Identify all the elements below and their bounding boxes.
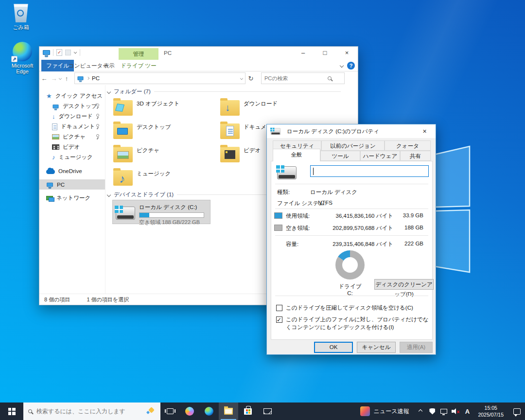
free-space-swatch (274, 225, 282, 231)
windows-flag-icon (115, 206, 123, 213)
folder-tile-pictures[interactable]: ピクチャ (111, 143, 214, 166)
folder-tile-music[interactable]: ♪ ミュージック (111, 167, 214, 189)
disk-cleanup-button[interactable]: ディスクのクリーンアップ(D) (374, 279, 434, 290)
general-tab-page: 種類: ローカル ディスク ファイル システム: NTFS 使用領域: 36,4… (271, 161, 433, 340)
volume-label-input[interactable] (310, 165, 429, 177)
action-center-button[interactable] (508, 402, 525, 420)
file-explorer-button[interactable] (219, 402, 238, 420)
search-box[interactable] (261, 72, 345, 84)
used-space-bytes: 36,415,836,160 バイト (320, 212, 393, 220)
address-dropdown-icon[interactable] (240, 77, 243, 80)
sidebar-item-documents[interactable]: ドキュメント (39, 122, 105, 132)
back-icon[interactable]: ← (39, 75, 49, 82)
up-icon[interactable]: ↑ (62, 75, 71, 82)
ribbon-collapse-icon[interactable] (340, 64, 344, 68)
computer-icon[interactable] (43, 50, 50, 55)
address-box[interactable]: PC (74, 72, 245, 84)
index-checkbox[interactable] (276, 316, 282, 323)
taskbar-search-input[interactable] (36, 408, 142, 415)
tab-sharing[interactable]: 共有 (400, 151, 431, 161)
ime-indicator[interactable]: A (461, 402, 473, 420)
drive-tile-c[interactable]: ローカル ディスク (C:) 空き領域 188 GB/222 GB (112, 200, 210, 224)
windows-logo-icon (8, 408, 16, 415)
index-checkbox-row[interactable]: このドライブ上のファイルに対し、プロパティだけでなくコンテンツにもインデックスを… (276, 316, 430, 331)
tab-view[interactable]: 表示 (99, 60, 120, 71)
chevron-up-icon (419, 409, 422, 413)
news-icon (360, 406, 370, 416)
navigation-pane: ★クイック アクセス デスクトップ ↓ダウンロード ドキュメント ピクチャ ビデ… (39, 85, 105, 294)
edge-button[interactable] (199, 402, 219, 420)
sidebar-item-network[interactable]: ネットワーク (39, 193, 105, 203)
sidebar-item-videos[interactable]: ビデオ (39, 142, 105, 152)
taskbar-clock[interactable]: 15:05 2025/07/15 (473, 402, 508, 420)
wallpaper-window-logo (432, 144, 472, 276)
tab-drive-tools[interactable]: ドライブ ツール (119, 60, 158, 71)
group-header-folders[interactable]: フォルダー (7) (107, 88, 341, 95)
compress-checkbox[interactable] (276, 305, 282, 311)
compress-checkbox-row[interactable]: このドライブを圧縮してディスク領域を空ける(C) (276, 304, 430, 312)
tab-quota[interactable]: クォータ (385, 140, 431, 151)
maximize-button[interactable]: □ (314, 47, 336, 60)
defender-tray-button[interactable] (426, 402, 438, 420)
sidebar-item-onedrive[interactable]: OneDrive (39, 166, 105, 176)
taskbar: ニュース速報 × A 15:05 2025/07/15 (0, 402, 525, 420)
minimize-button[interactable]: – (292, 47, 314, 60)
apply-button[interactable]: 適用(A) (400, 342, 433, 353)
tab-general[interactable]: 全般 (273, 149, 320, 161)
copilot-button[interactable] (180, 402, 199, 420)
folder-tile-downloads[interactable]: ↓ ダウンロード (218, 97, 321, 119)
help-icon[interactable]: ? (347, 62, 355, 70)
properties-icon[interactable] (56, 49, 62, 56)
capacity-donut (335, 250, 365, 280)
close-icon[interactable]: × (414, 124, 436, 138)
tab-hardware[interactable]: ハードウェア (360, 151, 400, 161)
cancel-button[interactable]: キャンセル (357, 342, 396, 353)
mute-x-icon: × (457, 409, 460, 415)
tab-previous-versions[interactable]: 以前のバージョン (321, 140, 385, 151)
taskbar-search[interactable] (23, 402, 160, 420)
breadcrumb[interactable]: PC (92, 75, 100, 81)
close-button[interactable]: × (336, 47, 358, 60)
explorer-titlebar[interactable]: 管理 PC – □ × (39, 47, 358, 60)
search-input[interactable] (264, 75, 328, 81)
forward-icon[interactable]: → (49, 75, 59, 82)
folder-tile-3d-objects[interactable]: 3D オブジェクト (111, 97, 214, 119)
film-icon (225, 150, 235, 159)
sidebar-item-pc[interactable]: PC (39, 179, 105, 190)
start-button[interactable] (0, 402, 23, 420)
dialog-titlebar[interactable]: ローカル ディスク (C:)のプロパティ × (267, 124, 436, 138)
customize-qat-icon[interactable] (74, 50, 77, 53)
mail-button[interactable] (258, 402, 277, 420)
refresh-icon[interactable]: ↻ (245, 75, 256, 82)
folder-label: ダウンロード (244, 97, 278, 119)
news-widget[interactable]: ニュース速報 (354, 402, 415, 420)
search-icon[interactable] (328, 76, 332, 80)
sidebar-item-pictures[interactable]: ピクチャ (39, 132, 105, 142)
sidebar-item-downloads[interactable]: ↓ダウンロード (39, 111, 105, 122)
download-icon: ↓ (52, 114, 55, 120)
new-folder-icon[interactable] (65, 50, 71, 55)
separator (80, 49, 80, 56)
show-hidden-icons-button[interactable] (415, 402, 426, 420)
folder-tile-desktop[interactable]: デスクトップ (111, 120, 214, 142)
ribbon-tabs: ファイル コンピューター 表示 ドライブ ツール ? (39, 60, 358, 71)
volume-tray-button[interactable]: × (450, 402, 461, 420)
copilot-icon (185, 407, 194, 416)
desktop: ごみ箱 ↗ Microsoft Edge 管理 PC – □ × ファイル (0, 0, 525, 420)
ok-button[interactable]: OK (314, 342, 353, 353)
desktop-icon-recycle-bin[interactable]: ごみ箱 (4, 4, 38, 31)
sidebar-item-quick-access[interactable]: ★クイック アクセス (39, 91, 105, 101)
breadcrumb-chevron-icon[interactable] (87, 77, 89, 80)
store-button[interactable] (238, 402, 258, 420)
edge-icon: ↗ (13, 42, 32, 61)
sidebar-item-music[interactable]: ♪ミュージック (39, 152, 105, 162)
sidebar-item-label: OneDrive (58, 168, 82, 174)
task-view-button[interactable] (160, 402, 180, 420)
network-tray-button[interactable] (438, 402, 450, 420)
tab-tools[interactable]: ツール (320, 151, 360, 161)
desktop-icon-edge[interactable]: ↗ Microsoft Edge (5, 42, 39, 74)
sidebar-item-desktop[interactable]: デスクトップ (39, 101, 105, 111)
contextual-tab-group[interactable]: 管理 (119, 48, 158, 60)
collapse-icon[interactable] (107, 192, 111, 196)
collapse-icon[interactable] (107, 89, 111, 93)
